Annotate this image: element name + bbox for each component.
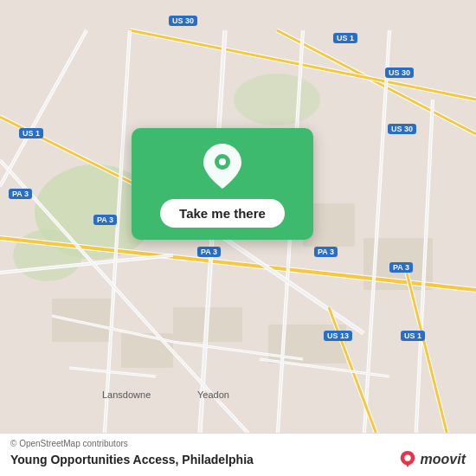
shield-pa3-right: PA 3: [314, 247, 338, 257]
shield-pa3-left: PA 3: [9, 189, 32, 199]
action-card: Take me there: [132, 128, 313, 240]
svg-rect-9: [121, 333, 173, 368]
moovit-logo: moovit: [398, 450, 466, 469]
moovit-brand-icon: [398, 450, 417, 469]
location-title-row: Young Opportunities Access, Philadelphia…: [10, 450, 466, 469]
svg-point-53: [219, 158, 226, 165]
svg-point-55: [404, 455, 410, 461]
svg-point-3: [234, 74, 320, 125]
town-label-lansdowne: Lansdowne: [102, 389, 151, 400]
shield-pa3-mid: PA 3: [197, 247, 221, 257]
shield-us30-right: US 30: [388, 124, 416, 134]
take-me-there-button[interactable]: Take me there: [160, 199, 285, 228]
copyright-text: © OpenStreetMap contributors: [10, 439, 466, 448]
svg-point-2: [13, 229, 82, 281]
shield-us1-top: US 1: [333, 33, 357, 43]
shield-us30-right-top: US 30: [385, 68, 414, 78]
svg-rect-7: [52, 299, 113, 342]
moovit-text: moovit: [421, 452, 466, 467]
shield-pa3-mid-left: PA 3: [93, 215, 117, 225]
shield-us30-top: US 30: [169, 16, 197, 26]
location-pin-icon: [200, 144, 245, 189]
location-name: Young Opportunities Access, Philadelphia: [10, 453, 254, 466]
shield-us13-bottom: US 13: [324, 331, 352, 341]
shield-us1-bottom: US 1: [401, 331, 425, 341]
svg-marker-56: [405, 463, 410, 468]
town-label-yeadon: Yeadon: [197, 389, 229, 400]
bottom-bar: © OpenStreetMap contributors Young Oppor…: [0, 433, 476, 476]
map-container: US 30 US 1 US 30 US 1 PA 3 PA 3 PA 3 PA …: [0, 0, 476, 476]
shield-pa3-far-right: PA 3: [389, 262, 413, 273]
shield-us1-left: US 1: [19, 128, 43, 138]
